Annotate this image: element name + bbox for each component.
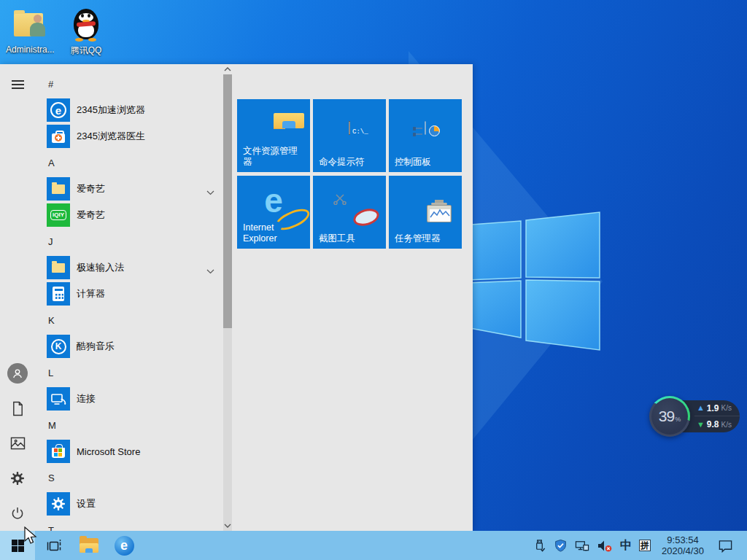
network-icon [575,539,589,553]
app-label: 酷狗音乐 [77,340,115,353]
action-center-icon [718,538,733,553]
start-tile[interactable]: C:\_命令提示符 [313,99,386,172]
ime-mode-button[interactable]: 拼 [635,531,654,560]
app-list-item[interactable]: 连接 [35,386,223,412]
start-menu: #e2345加速浏览器2345浏览器医生A爱奇艺 iQIY爱奇艺J极速输入法 计… [0,64,473,531]
tile-label: Internet Explorer [243,222,306,245]
app-list-section-header[interactable]: K [35,307,223,333]
section-letter: J [48,236,53,247]
usb-icon [533,539,546,553]
power-icon [10,506,25,521]
memory-usage-ball[interactable]: 39 % [649,396,690,437]
volume-muted-tray-button[interactable] [593,531,616,560]
app-list-section-header[interactable]: A [35,149,223,176]
doctor-2345-icon [47,125,70,148]
start-tile[interactable]: 文件资源管理器 [237,99,310,172]
app-label: 设置 [77,497,96,510]
folder-icon [80,538,98,553]
app-list-item[interactable]: e2345加速浏览器 [35,97,223,123]
rail-button-expand-start-menu[interactable] [0,67,35,102]
start-button[interactable] [0,531,35,560]
download-speed-unit: K/s [721,421,732,429]
upload-speed-value: 1.9 [707,403,719,413]
chevron-down-icon[interactable] [206,264,214,277]
desktop-icon-administrator[interactable]: Administra... [6,7,54,55]
app-list-section-header[interactable]: L [35,359,223,386]
file-explorer-button[interactable] [74,531,104,560]
section-letter: K [48,315,55,326]
tile-label: 截图工具 [319,233,382,245]
tile-label: 控制面板 [395,157,458,168]
section-letter: T [48,525,54,532]
app-list-section-header[interactable]: T [35,517,223,531]
app-list-section-header[interactable]: J [35,228,223,254]
scrollbar-thumb[interactable] [223,74,232,328]
section-letter: M [48,420,56,431]
app-list-item[interactable]: Microsoft Store [35,438,223,464]
usb-device-tray-button[interactable] [529,531,550,560]
start-menu-tiles: 文件资源管理器C:\_命令提示符 控制面板eInternet Explorer … [237,99,462,249]
rail-button-pictures[interactable] [0,426,35,461]
action-center-button[interactable] [714,531,737,560]
qq-penguin-icon [69,7,104,42]
app-list-item[interactable]: 爱奇艺 [35,176,223,202]
app-label: 2345浏览器医生 [77,130,145,143]
start-tile[interactable]: 截图工具 [313,176,386,249]
app-label: Microsoft Store [77,446,140,457]
administrator-folder-icon [12,7,47,42]
net-speed-widget[interactable]: ▲ 1.9 K/s ▼ 9.8 K/s 39 % [649,396,740,437]
ime-chinese-indicator: 中 [620,538,632,553]
app-label: 连接 [77,392,96,405]
section-letter: L [48,368,53,378]
rail-button-settings[interactable] [0,461,35,496]
app-folder-icon [47,256,70,279]
start-tile[interactable]: 控制面板 [389,99,462,172]
scrollbar-up-arrow[interactable] [223,64,232,74]
network-tray-button[interactable] [571,531,593,560]
task-view-icon [46,537,62,553]
chevron-down-icon[interactable] [206,185,214,198]
download-speed-value: 9.8 [707,419,719,429]
cmd-icon: C:\_ [349,122,350,135]
app-list-item[interactable]: K酷狗音乐 [35,333,223,359]
upload-speed-row: ▲ 1.9 K/s [694,400,740,416]
start-tile[interactable]: 任务管理器 [389,176,462,249]
section-letter: A [48,158,55,168]
app-list-section-header[interactable]: # [35,71,223,97]
app-list-item[interactable]: 2345浏览器医生 [35,123,223,149]
store-icon [47,440,70,463]
security-shield-tray-button[interactable] [550,531,571,560]
windows-logo-icon [12,540,24,552]
app-list-item[interactable]: iQIY爱奇艺 [35,202,223,228]
desktop-icon-qq[interactable]: 腾讯QQ [62,7,110,57]
settings-icon [10,471,25,486]
usage-percent: 39 [659,408,674,424]
ime-language-button[interactable]: 中 [616,531,635,560]
clock[interactable]: 9:53:54 2020/4/30 [660,534,705,556]
tile-label: 命令提示符 [319,157,382,168]
scrollbar-down-arrow[interactable] [223,521,232,531]
download-arrow-icon: ▼ [697,421,705,429]
app-list-section-header[interactable]: M [35,412,223,438]
browser-2345-icon: e [47,98,70,122]
clock-date: 2020/4/30 [660,545,705,556]
rail-button-documents[interactable] [0,391,35,426]
section-letter: # [48,79,53,90]
app-list-item[interactable]: 计算器 [35,281,223,307]
task-view-button[interactable] [39,531,69,560]
rail-button-power[interactable] [0,496,35,531]
upload-speed-unit: K/s [721,404,732,412]
kugou-icon: K [47,335,70,358]
app-list-section-header[interactable]: S [35,464,223,491]
app-list-scrollbar[interactable] [223,64,232,531]
app-list-item[interactable]: 设置 [35,491,223,517]
rail-button-user-account[interactable] [0,356,35,391]
browser-2345-button[interactable]: e [109,531,139,560]
app-list-item[interactable]: 极速输入法 [35,254,223,281]
system-tray: 中 拼 9:53:54 2020/4/30 [529,531,747,560]
app-label: 2345加速浏览器 [77,104,145,117]
start-tile[interactable]: eInternet Explorer [237,176,310,249]
download-speed-row: ▼ 9.8 K/s [694,416,740,432]
desktop-icon-label: 腾讯QQ [62,44,110,57]
upload-arrow-icon: ▲ [697,404,705,412]
